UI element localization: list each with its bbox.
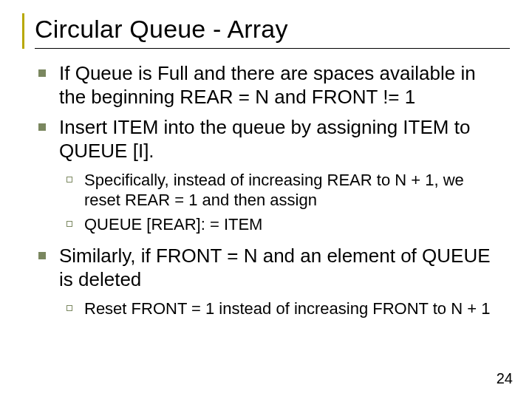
list-item: If Queue is Full and there are spaces av…: [38, 62, 504, 109]
page-number: 24: [497, 370, 513, 387]
square-bullet-icon: [38, 69, 46, 77]
list-item: Insert ITEM into the queue by assigning …: [38, 116, 504, 163]
bullet-list-level1: Similarly, if FRONT = N and an element o…: [38, 245, 504, 291]
bullet-text: Reset FRONT = 1 instead of increasing FR…: [84, 299, 504, 319]
bullet-text: If Queue is Full and there are spaces av…: [59, 62, 504, 109]
list-item: Reset FRONT = 1 instead of increasing FR…: [66, 299, 504, 319]
content-area: If Queue is Full and there are spaces av…: [22, 58, 510, 319]
list-item: Specifically, instead of increasing REAR…: [66, 171, 504, 211]
hollow-square-bullet-icon: [66, 177, 72, 183]
title-container: Circular Queue - Array: [22, 13, 510, 49]
square-bullet-icon: [38, 123, 46, 131]
bullet-list-level2: Reset FRONT = 1 instead of increasing FR…: [66, 299, 504, 319]
list-item: Similarly, if FRONT = N and an element o…: [38, 245, 504, 291]
square-bullet-icon: [38, 252, 46, 259]
slide: Circular Queue - Array If Queue is Full …: [0, 0, 532, 399]
bullet-text: Similarly, if FRONT = N and an element o…: [59, 245, 504, 291]
hollow-square-bullet-icon: [66, 305, 72, 311]
bullet-list-level1: If Queue is Full and there are spaces av…: [38, 62, 504, 163]
bullet-text: Insert ITEM into the queue by assigning …: [59, 116, 504, 163]
bullet-list-level2: Specifically, instead of increasing REAR…: [66, 171, 504, 234]
hollow-square-bullet-icon: [66, 221, 72, 227]
list-item: QUEUE [REAR]: = ITEM: [66, 215, 504, 235]
bullet-text: QUEUE [REAR]: = ITEM: [84, 215, 504, 235]
slide-title: Circular Queue - Array: [35, 13, 510, 49]
bullet-text: Specifically, instead of increasing REAR…: [84, 171, 504, 211]
